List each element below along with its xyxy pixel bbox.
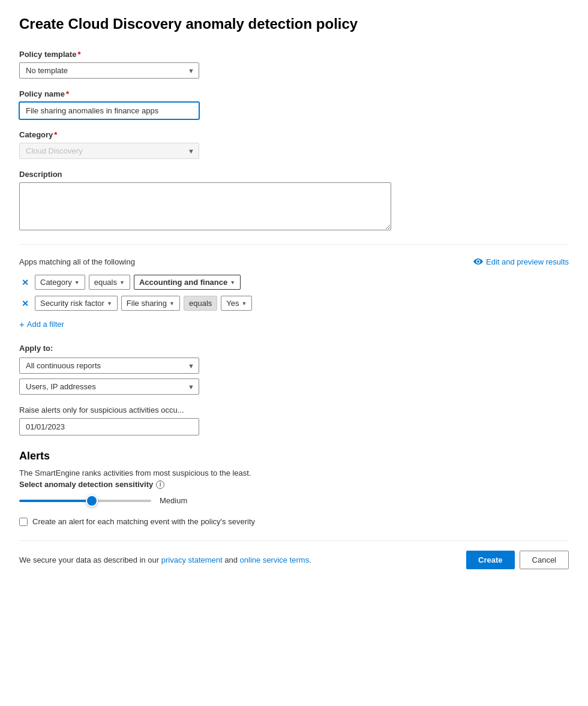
privacy-statement-link[interactable]: privacy statement	[161, 555, 223, 564]
reports-select[interactable]: All continuous reports	[19, 357, 199, 374]
create-button[interactable]: Create	[466, 551, 514, 569]
footer-buttons: Create Cancel	[466, 551, 569, 569]
alert-checkbox-label: Create an alert for each matching event …	[32, 517, 255, 526]
apply-to-label: Apply to:	[19, 344, 569, 353]
category-wrapper: Cloud Discovery ▼	[19, 143, 199, 159]
policy-template-wrapper: No template ▼	[19, 62, 199, 79]
filters-section: Apps matching all of the following Edit …	[19, 257, 569, 332]
raise-alerts-section: Raise alerts only for suspicious activit…	[19, 405, 569, 435]
chevron-down-icon: ▼	[74, 280, 80, 286]
slider-thumb[interactable]	[86, 495, 98, 507]
scope-select[interactable]: Users, IP addresses	[19, 378, 199, 395]
category-label: Category*	[19, 130, 569, 139]
info-icon[interactable]: i	[156, 480, 164, 489]
add-filter-button[interactable]: + Add a filter	[19, 317, 64, 332]
plus-icon: +	[19, 319, 25, 329]
reports-select-row: All continuous reports ▼	[19, 357, 569, 374]
sensitivity-slider[interactable]	[19, 500, 151, 502]
policy-template-select[interactable]: No template	[19, 62, 199, 79]
alert-checkbox-row: Create an alert for each matching event …	[19, 517, 569, 526]
filter-field-2[interactable]: Security risk factor ▼	[35, 296, 118, 311]
filter-row-1: ✕ Category ▼ equals ▼ Accounting and fin…	[19, 275, 569, 290]
slider-value-label: Medium	[160, 496, 187, 505]
alerts-section: Alerts The SmartEngine ranks activities …	[19, 450, 569, 526]
chevron-down-icon: ▼	[107, 301, 112, 307]
footer: We secure your data as described in our …	[19, 540, 569, 569]
alerts-title: Alerts	[19, 450, 569, 462]
description-section: Description	[19, 170, 569, 232]
apply-to-section: Apply to: All continuous reports ▼ Users…	[19, 344, 569, 395]
filter-remove-btn-2[interactable]: ✕	[19, 298, 31, 309]
filter-operator-2: equals	[184, 296, 217, 311]
category-select[interactable]: Cloud Discovery	[19, 143, 199, 159]
filter-section-title: Apps matching all of the following	[19, 257, 135, 266]
chevron-down-icon: ▼	[119, 280, 125, 286]
policy-name-section: Policy name*	[19, 89, 569, 119]
cancel-button[interactable]: Cancel	[520, 551, 569, 569]
reports-select-wrapper: All continuous reports ▼	[19, 357, 199, 374]
filter-value-1[interactable]: Accounting and finance ▼	[134, 275, 241, 290]
filter-row-2: ✕ Security risk factor ▼ File sharing ▼ …	[19, 296, 569, 311]
divider-1	[19, 244, 569, 245]
description-label: Description	[19, 170, 569, 179]
raise-alerts-date-input[interactable]	[19, 418, 199, 435]
online-service-terms-link[interactable]: online service terms	[240, 555, 310, 564]
policy-template-section: Policy template* No template ▼	[19, 50, 569, 79]
sensitivity-slider-row: Medium	[19, 496, 569, 505]
filter-header: Apps matching all of the following Edit …	[19, 257, 569, 266]
raise-alerts-label: Raise alerts only for suspicious activit…	[19, 405, 569, 414]
policy-template-label: Policy template*	[19, 50, 569, 59]
filter-operator-1[interactable]: equals ▼	[89, 275, 130, 290]
filter-value-2[interactable]: Yes ▼	[221, 296, 252, 311]
filter-remove-btn-1[interactable]: ✕	[19, 277, 31, 288]
scope-select-row: Users, IP addresses ▼	[19, 378, 569, 395]
policy-name-input[interactable]	[19, 102, 199, 119]
chevron-down-icon: ▼	[230, 280, 235, 286]
page-title: Create Cloud Discovery anomaly detection…	[19, 14, 569, 33]
alerts-sensitivity-label: Select anomaly detection sensitivity i	[19, 480, 569, 489]
chevron-down-icon: ▼	[242, 301, 247, 307]
policy-name-label: Policy name*	[19, 89, 569, 98]
alerts-description-1: The SmartEngine ranks activities from mo…	[19, 468, 569, 477]
footer-text: We secure your data as described in our …	[19, 555, 311, 564]
scope-select-wrapper: Users, IP addresses ▼	[19, 378, 199, 395]
edit-preview-link[interactable]: Edit and preview results	[473, 257, 569, 266]
eye-icon	[473, 257, 483, 266]
alert-checkbox[interactable]	[19, 518, 28, 526]
description-textarea[interactable]	[19, 182, 391, 230]
chevron-down-icon: ▼	[169, 301, 175, 307]
edit-preview-label: Edit and preview results	[486, 257, 569, 266]
filter-field-1[interactable]: Category ▼	[35, 275, 85, 290]
category-section: Category* Cloud Discovery ▼	[19, 130, 569, 159]
filter-operator2-2[interactable]: File sharing ▼	[121, 296, 180, 311]
